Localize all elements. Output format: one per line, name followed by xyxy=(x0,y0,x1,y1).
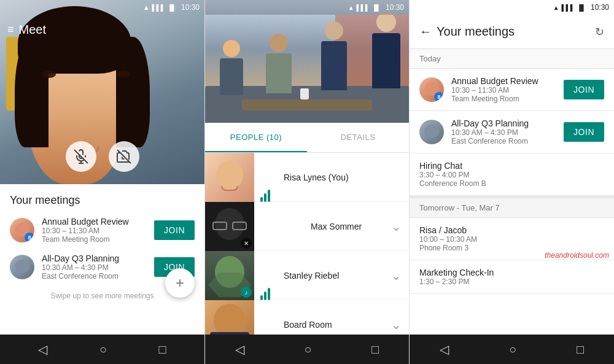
status-icons-p3: ▲ ▌▌▌ ▐▌ 10:30 xyxy=(553,3,609,12)
person-row-risa: Risa Lynes (You) xyxy=(205,153,409,202)
coffee-cup xyxy=(300,88,309,99)
person-name-boardroom: Board Room xyxy=(276,300,384,335)
signal-icon-p3: ▌▌▌ xyxy=(562,4,575,11)
camera-off-icon xyxy=(117,149,131,164)
p3-room-1: Team Meeting Room xyxy=(451,95,564,103)
p3-meeting-5: Marketing Check-In 1:30 – 2:30 PM theand… xyxy=(410,260,614,294)
p2-person-1 xyxy=(217,40,245,101)
bar1 xyxy=(260,197,263,202)
p3-avatar-2 xyxy=(419,120,444,144)
back-button-p3[interactable]: ← xyxy=(419,25,432,39)
tomorrow-header: Tomorrow - Tue, Mar 7 xyxy=(410,196,614,218)
back-nav-p2[interactable]: ◁ xyxy=(235,342,244,357)
p3-join-button-2[interactable]: JOIN xyxy=(564,122,604,142)
join-button-1[interactable]: JOIN xyxy=(154,220,195,240)
avatar-risa xyxy=(205,153,254,202)
meeting-table xyxy=(242,99,372,110)
menu-icon[interactable]: ≡ xyxy=(7,23,14,36)
meeting-avatar-2 xyxy=(10,255,34,279)
bar4 xyxy=(260,295,263,300)
nav-bar-p2: ◁ ○ □ xyxy=(205,335,409,364)
expand-max[interactable]: ⌄ xyxy=(384,202,409,250)
avatar-max-video xyxy=(254,202,303,251)
p3-plain-time-3: 3:30 – 4:00 PM xyxy=(419,171,604,179)
p3-plain-name-4: Risa / Jacob xyxy=(419,225,604,235)
p3-plain-name-3: Hiring Chat xyxy=(419,161,604,171)
status-bar-p1: ▲ ▌▌▌ ▐▌ 10:30 xyxy=(0,0,204,15)
recent-nav-p2[interactable]: □ xyxy=(371,343,379,357)
avatar-max: ✕ xyxy=(205,202,254,251)
meeting-info-2: All-Day Q3 Planning 10:30 AM – 4:30 PM E… xyxy=(42,254,154,281)
p3-meeting-2: All-Day Q3 Planning 10:30 AM – 4:30 PM E… xyxy=(410,111,614,153)
person-name-risa: Risa Lynes (You) xyxy=(276,153,409,201)
p2-person-4 xyxy=(369,12,403,101)
expand-stanley[interactable]: ⌄ xyxy=(384,251,409,300)
fab-button[interactable]: + xyxy=(165,268,195,298)
back-nav-p3[interactable]: ◁ xyxy=(440,342,449,357)
bar2 xyxy=(264,193,266,202)
tabs-row: PEOPLE (10) DETAILS xyxy=(205,123,409,153)
status-icons-p2: ▲ ▌▌▌ ▐▌ 10:30 xyxy=(348,3,404,12)
time-p3: 10:30 xyxy=(591,3,609,12)
meeting-avatar-1: 8 xyxy=(10,218,34,242)
mic-muted-icon: ✕ xyxy=(241,238,252,249)
bar3 xyxy=(268,190,270,202)
avatar-boardroom: ♪ xyxy=(205,300,254,335)
p3-plain-time-4: 10:00 – 10:30 AM xyxy=(419,235,604,244)
p3-avatar-1: 8 xyxy=(419,77,444,102)
meetings-section-p1: Your meetings 8 Annual Budget Review 10:… xyxy=(0,184,204,335)
mic-off-icon xyxy=(74,149,88,164)
home-nav-p2[interactable]: ○ xyxy=(304,343,311,357)
expand-boardroom[interactable]: ⌄ xyxy=(384,300,409,335)
p3-time-2: 10:30 AM – 4:30 PM xyxy=(451,128,564,137)
badge-1: 8 xyxy=(25,233,34,242)
back-nav-p1[interactable]: ◁ xyxy=(38,342,47,357)
battery-icon-p2: ▐▌ xyxy=(372,4,381,11)
meeting-name-1: Annual Budget Review xyxy=(42,217,154,227)
recent-nav-p3[interactable]: □ xyxy=(577,343,584,357)
meeting-info-1: Annual Budget Review 10:30 – 11:30 AM Te… xyxy=(42,217,154,244)
meeting-time-2: 10:30 AM – 4:30 PM xyxy=(42,263,154,272)
signal-bars-risa xyxy=(254,153,276,202)
p3-name-2: All-Day Q3 Planning xyxy=(451,118,564,128)
battery-icon: ▐▌ xyxy=(168,4,176,11)
app-title: Meet xyxy=(19,23,46,37)
status-icons-p1: ▲ ▌▌▌ ▐▌ 10:30 xyxy=(143,3,200,12)
panel-meeting-detail: ▲ ▌▌▌ ▐▌ 10:30 xyxy=(204,0,410,364)
person-name-stanley: Stanley Riebel xyxy=(276,251,384,300)
video-controls xyxy=(66,141,139,172)
p3-plain-name-5: Marketing Check-In xyxy=(419,268,604,277)
watermark: theandroidsoul.com xyxy=(545,251,609,260)
p3-info-1: Annual Budget Review 10:30 – 11:30 AM Te… xyxy=(451,76,564,103)
tab-people[interactable]: PEOPLE (10) xyxy=(205,123,307,152)
time-p2: 10:30 xyxy=(386,3,404,12)
p3-plain-time-5: 1:30 – 2:30 PM xyxy=(419,277,604,286)
video-preview: ▲ ▌▌▌ ▐▌ 10:30 ≡ Meet xyxy=(0,0,204,184)
mute-button[interactable] xyxy=(66,141,96,172)
p3-join-button-1[interactable]: JOIN xyxy=(564,80,604,99)
bar5 xyxy=(264,292,266,300)
p3-time-1: 10:30 – 11:30 AM xyxy=(451,86,564,95)
home-nav-p3[interactable]: ○ xyxy=(509,343,516,357)
wifi-icon-p2: ▲ xyxy=(348,4,354,11)
tab-details[interactable]: DETAILS xyxy=(307,123,409,152)
refresh-button-p3[interactable]: ↻ xyxy=(595,25,604,39)
signal-bars-stanley xyxy=(254,251,276,300)
person-name-max: Max Sommer xyxy=(303,202,384,250)
status-bar-p2: ▲ ▌▌▌ ▐▌ 10:30 xyxy=(205,0,409,15)
today-header: Today xyxy=(410,49,614,69)
wifi-icon-p3: ▲ xyxy=(553,4,559,11)
eye-right xyxy=(117,71,130,78)
home-nav-p1[interactable]: ○ xyxy=(99,343,107,357)
signal-icon-p2: ▌▌▌ xyxy=(357,4,370,11)
meeting-room-1: Team Meeting Room xyxy=(42,235,154,244)
video-off-button[interactable] xyxy=(109,141,139,172)
meeting-time-1: 10:30 – 11:30 AM xyxy=(42,227,154,235)
wifi-icon: ▲ xyxy=(143,4,150,11)
recent-nav-p1[interactable]: □ xyxy=(159,343,166,357)
panel-meet-home: ▲ ▌▌▌ ▐▌ 10:30 ≡ Meet xyxy=(0,0,204,364)
meeting-item-1: 8 Annual Budget Review 10:30 – 11:30 AM … xyxy=(10,217,195,244)
p2-person-3 xyxy=(319,21,349,101)
hair-right xyxy=(116,37,150,147)
panel-your-meetings: ▲ ▌▌▌ ▐▌ 10:30 ← Your meetings ↻ Today 8… xyxy=(410,0,614,364)
